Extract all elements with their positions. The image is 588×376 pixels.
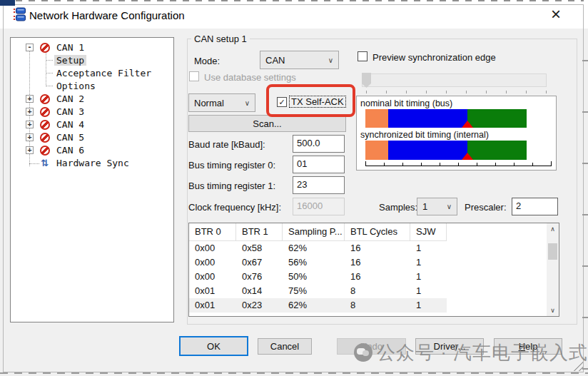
- expand-icon[interactable]: +: [26, 95, 34, 103]
- btr-table[interactable]: BTR 0BTR 1Sampling P...BTL CyclesSJW0x00…: [188, 223, 559, 317]
- selection-dash-top: [16, 0, 584, 1]
- tree-item-can-5[interactable]: +CAN 5: [11, 131, 173, 144]
- tree-item-can-3[interactable]: +CAN 3: [11, 106, 173, 118]
- help-button[interactable]: Help: [494, 338, 562, 355]
- table-row[interactable]: 0x000x5862%161: [189, 241, 447, 255]
- check-icon: ✓: [278, 98, 285, 107]
- help-accelerator: H: [519, 341, 525, 352]
- scan-button[interactable]: Scan...: [188, 115, 346, 132]
- ruler-tick: [458, 163, 459, 166]
- resize-grip[interactable]: [573, 361, 583, 371]
- tree-item-label: CAN 5: [54, 132, 86, 143]
- slider-tick: [426, 91, 427, 93]
- slider-tick: [366, 91, 367, 93]
- app-icon: [13, 7, 27, 21]
- expand-icon[interactable]: +: [26, 121, 34, 128]
- samples-value: 1: [422, 201, 427, 212]
- slider-tick: [546, 91, 547, 93]
- table-row[interactable]: 0x000x7650%161: [189, 270, 447, 284]
- column-header[interactable]: BTR 0: [189, 223, 236, 240]
- tree-item-can-4[interactable]: +CAN 4: [11, 118, 173, 131]
- tree-item-can-2[interactable]: +CAN 2: [11, 93, 173, 106]
- expand-icon[interactable]: +: [26, 108, 34, 116]
- column-header[interactable]: BTR 1: [236, 223, 283, 240]
- bus-timing-register0-input[interactable]: 01: [293, 156, 345, 173]
- tree-item-options[interactable]: Options: [11, 80, 173, 93]
- background-window-corner: [0, 0, 15, 6]
- ruler-tick: [495, 163, 496, 166]
- green-segment: [467, 109, 527, 128]
- driver-button[interactable]: Driver...: [415, 338, 484, 355]
- tree-item-label: Hardware Sync: [54, 158, 131, 168]
- tx-self-ack-checkbox[interactable]: ✓: [277, 97, 287, 107]
- table-cell: 0x01: [189, 300, 215, 310]
- tree-item-can-6[interactable]: +CAN 6: [11, 144, 173, 157]
- tree-item-acceptance-filter[interactable]: Acceptance Filter: [11, 67, 173, 80]
- table-cell: 0x67: [236, 257, 262, 268]
- chevron-down-icon: ∨: [328, 56, 333, 64]
- tree-item-can-1[interactable]: -CAN 1: [11, 41, 173, 54]
- table-cell: 62%: [283, 243, 307, 253]
- baud-rate-input[interactable]: 500.0: [293, 135, 345, 153]
- preview-sync-edge-checkbox[interactable]: [358, 51, 368, 61]
- table-cell: 0x00: [189, 271, 215, 282]
- sample-point-marker: [462, 121, 473, 128]
- prescaler-input[interactable]: 2: [512, 198, 558, 215]
- synchronized-bit-timing-label: synchronized bit timing (internal): [360, 130, 489, 140]
- table-cell: 0x14: [236, 285, 262, 296]
- tree-item-label: Acceptance Filter: [54, 68, 153, 78]
- table-cell: 0x00: [189, 243, 215, 253]
- blue-segment: [388, 109, 467, 128]
- sync-icon: ⇅: [41, 158, 49, 168]
- samples-dropdown[interactable]: 1 ∨: [417, 198, 457, 215]
- tree-item-label: CAN 3: [54, 106, 86, 117]
- slider-tick: [386, 91, 387, 93]
- cancel-button[interactable]: Cancel: [258, 338, 312, 355]
- column-header[interactable]: BTL Cycles: [345, 223, 410, 240]
- slider-tick: [486, 91, 487, 93]
- operating-mode-dropdown[interactable]: Normal ∨: [188, 93, 255, 112]
- clock-frequency-label: Clock frequency [kHz]:: [188, 202, 281, 213]
- table-row[interactable]: 0x010x2362%81: [189, 298, 447, 313]
- bus-timing-register1-label: Bus timing register 1:: [188, 181, 275, 191]
- table-row[interactable]: 0x000x6756%161: [189, 255, 447, 270]
- ok-button[interactable]: OK: [179, 336, 248, 356]
- table-cell: 8: [345, 285, 355, 296]
- ruler-tick: [384, 163, 385, 166]
- scroll-down-icon[interactable]: ∨: [547, 305, 559, 316]
- table-cell: 0x01: [189, 285, 215, 296]
- chevron-down-icon: ∨: [245, 99, 250, 107]
- prohibit-icon: [40, 107, 50, 117]
- tree-item-setup[interactable]: Setup: [11, 54, 173, 67]
- scrollbar-thumb[interactable]: [548, 243, 557, 260]
- orange-segment: [365, 141, 388, 160]
- close-button[interactable]: ×: [544, 4, 567, 24]
- table-cell: 1: [410, 300, 421, 310]
- synchronized-bit-timing-bar: [365, 141, 527, 160]
- expand-icon[interactable]: +: [26, 146, 34, 154]
- table-cell: 1: [410, 271, 421, 282]
- expand-icon[interactable]: +: [26, 133, 34, 141]
- table-cell: 75%: [283, 285, 307, 296]
- tree-item-label: Setup: [54, 55, 86, 66]
- bus-timing-register1-input[interactable]: 23: [293, 176, 345, 194]
- samples-label: Samples:: [379, 202, 417, 213]
- blue-segment: [388, 141, 467, 160]
- table-scrollbar[interactable]: ∧ ∨: [547, 223, 559, 316]
- column-header[interactable]: Sampling P...: [283, 223, 345, 240]
- collapse-icon[interactable]: -: [26, 44, 34, 51]
- table-cell: 1: [410, 285, 421, 296]
- ruler-tick: [402, 163, 403, 166]
- table-cell: 0x23: [236, 300, 262, 310]
- operating-mode-value: Normal: [194, 98, 224, 108]
- tree-item-hardware-sync[interactable]: ⇅Hardware Sync: [11, 157, 173, 170]
- table-row[interactable]: 0x010x1475%81: [189, 284, 447, 298]
- selection-dash-bottom: [0, 372, 588, 374]
- window-title: Network Hardware Configuration: [29, 9, 185, 21]
- prohibit-icon: [40, 94, 50, 104]
- scroll-up-icon[interactable]: ∧: [547, 223, 559, 235]
- prescaler-label: Prescaler:: [465, 202, 507, 213]
- mode-dropdown[interactable]: CAN ∨: [260, 51, 339, 69]
- column-header[interactable]: SJW: [410, 223, 447, 240]
- tree-item-label: Options: [54, 81, 98, 91]
